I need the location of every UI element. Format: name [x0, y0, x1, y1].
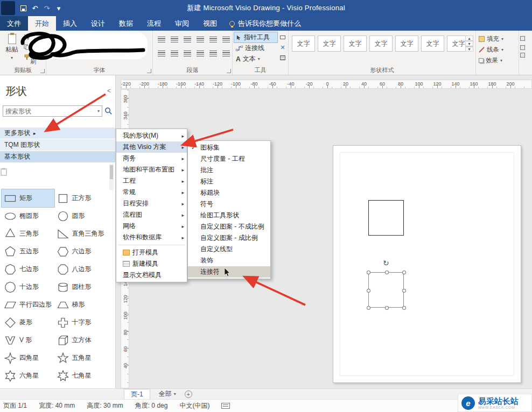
- menu-item[interactable]: 日程安排▸: [116, 198, 187, 209]
- shape-style-preset[interactable]: 文字: [318, 35, 341, 52]
- text-color-button[interactable]: [90, 48, 99, 56]
- menu-item[interactable]: 地图和平面布置图▸: [116, 164, 187, 175]
- text-tool-button[interactable]: A 文本 ▾: [234, 54, 277, 64]
- shape-item-hexagon[interactable]: 六边形: [54, 243, 107, 260]
- ribbon-tab[interactable]: 视图: [196, 16, 224, 31]
- arrange-button-3[interactable]: [520, 53, 526, 58]
- tell-me-box[interactable]: 告诉我你想要做什么: [229, 16, 301, 31]
- menu-item[interactable]: 常规▸: [116, 187, 187, 198]
- menu-item[interactable]: 显示文档模具: [116, 269, 187, 281]
- ribbon-tab[interactable]: 设计: [84, 16, 112, 31]
- menu-item[interactable]: 尺寸度量 - 工程: [188, 153, 270, 165]
- menu-item[interactable]: 连接符: [188, 266, 270, 278]
- shape-item-diamond[interactable]: 菱形: [2, 314, 54, 331]
- square-shape[interactable]: [368, 200, 404, 236]
- menu-item[interactable]: 软件和数据库▸: [116, 232, 187, 243]
- connector-tool-button[interactable]: 连接线: [234, 43, 277, 53]
- align-top-button[interactable]: [156, 48, 167, 58]
- all-pages-button[interactable]: 全部 ▾: [159, 389, 176, 399]
- style-gallery-down-button[interactable]: ▾: [465, 41, 473, 46]
- selection-handle[interactable]: [367, 271, 370, 274]
- underline-button[interactable]: [70, 48, 79, 56]
- page-tab-1[interactable]: 页-1: [124, 389, 150, 399]
- menu-item[interactable]: ✓图标集: [188, 142, 270, 153]
- shape-item-star7[interactable]: 七角星: [54, 367, 107, 385]
- effects-button[interactable]: 效果 ▾: [479, 56, 502, 65]
- clipboard-dialog-launcher[interactable]: [40, 69, 45, 73]
- menu-item[interactable]: 符号: [188, 198, 270, 210]
- bold-button[interactable]: [50, 48, 58, 56]
- shape-item-pentagon[interactable]: 五边形: [2, 243, 54, 260]
- shape-item-rect[interactable]: 矩形: [2, 189, 54, 207]
- menu-item[interactable]: 批注: [188, 165, 270, 176]
- menu-item[interactable]: 流程图▸: [116, 209, 187, 221]
- ribbon-tab[interactable]: 开始: [28, 16, 56, 31]
- rotation-handle[interactable]: ↻: [383, 259, 389, 267]
- status-angle[interactable]: 角度: 0 deg: [135, 401, 168, 410]
- shape-style-preset[interactable]: 文字: [369, 35, 393, 52]
- scrollbar-thumb[interactable]: [110, 165, 113, 179]
- menu-item[interactable]: 工程▸: [116, 175, 187, 187]
- ribbon-tab[interactable]: 审阅: [168, 16, 196, 31]
- shape-search-box[interactable]: ▾: [3, 105, 102, 117]
- menu-item[interactable]: 我的形状(M)▸: [116, 130, 187, 141]
- font-size-select[interactable]: [115, 34, 138, 44]
- bullets-button[interactable]: [195, 34, 206, 44]
- shape-item-circle[interactable]: 圆形: [54, 207, 107, 225]
- shape-item-ellipse[interactable]: 椭圆形: [2, 207, 54, 225]
- format-painter-button[interactable]: 格式刷: [24, 53, 46, 61]
- shape-style-preset[interactable]: 文字: [421, 35, 444, 52]
- align-bottom-button[interactable]: [182, 48, 193, 58]
- paragraph-dialog-launcher[interactable]: [227, 69, 231, 73]
- shape-item-octagon[interactable]: 八边形: [54, 260, 107, 278]
- font-dialog-launcher[interactable]: [147, 69, 151, 73]
- selection-handle[interactable]: [367, 289, 370, 293]
- shape-item-trapezoid[interactable]: 梯形: [54, 296, 107, 314]
- stencil-tab[interactable]: 基本形状: [0, 151, 115, 162]
- stencil-tab[interactable]: TQM 图形状: [0, 139, 115, 151]
- shape-item-star6[interactable]: 六角星: [2, 367, 54, 385]
- shape-style-preset[interactable]: 文字: [395, 35, 418, 52]
- arrange-button-1[interactable]: 排: [520, 34, 526, 42]
- search-input[interactable]: [5, 108, 97, 115]
- status-language[interactable]: 中文(中国): [179, 401, 209, 410]
- menu-item[interactable]: 自定义图案 - 不成比例: [188, 221, 270, 232]
- selection-handle[interactable]: [402, 271, 406, 274]
- menu-item[interactable]: 标注: [188, 176, 270, 187]
- menu-item[interactable]: 绘图工具形状: [188, 210, 270, 221]
- paste-button[interactable]: 粘贴 ▾: [2, 33, 22, 65]
- connection-point-button[interactable]: ✕: [278, 43, 287, 52]
- shape-item-cube[interactable]: 立方体: [54, 331, 107, 349]
- menu-item[interactable]: 网络▸: [116, 221, 187, 232]
- arrange-button-2[interactable]: [520, 45, 526, 50]
- status-height[interactable]: 高度: 30 mm: [87, 401, 123, 410]
- shape-item-right-triangle[interactable]: 直角三角形: [54, 225, 107, 243]
- indent-increase-button[interactable]: [221, 34, 232, 44]
- selection-handle[interactable]: [385, 271, 389, 274]
- selection-handle[interactable]: [367, 306, 370, 310]
- shape-item-star4[interactable]: 四角星: [2, 349, 54, 367]
- menu-item[interactable]: 新建模具: [116, 258, 187, 269]
- menu-item[interactable]: 打开模具: [116, 247, 187, 258]
- ribbon-tab[interactable]: 插入: [56, 16, 84, 31]
- panel-collapse-button[interactable]: <: [107, 87, 111, 95]
- rotate-text-button[interactable]: [221, 48, 232, 58]
- shape-item-heptagon[interactable]: 七边形: [2, 260, 54, 278]
- menu-item[interactable]: 装饰: [188, 255, 270, 266]
- style-gallery-up-button[interactable]: ▴: [465, 35, 473, 41]
- pointer-tool-button[interactable]: 指针工具: [234, 32, 277, 42]
- cut-button[interactable]: [24, 33, 46, 41]
- shape-item-star5[interactable]: 五角星: [54, 349, 107, 367]
- ribbon-tab[interactable]: 流程: [140, 16, 168, 31]
- status-width[interactable]: 宽度: 40 mm: [39, 401, 75, 410]
- status-page-count[interactable]: 页面 1/1: [3, 401, 27, 410]
- menu-item[interactable]: 其他 Visio 方案▸: [116, 141, 187, 153]
- shape-item-vshape[interactable]: V 形: [2, 331, 54, 349]
- shape-style-preset[interactable]: 文字: [292, 35, 315, 52]
- tab-file[interactable]: 文件: [0, 16, 28, 31]
- italic-button[interactable]: [60, 48, 68, 56]
- menu-item[interactable]: 商务▸: [116, 153, 187, 164]
- stencil-tab[interactable]: 更多形状▸: [0, 127, 115, 139]
- shape-item-decagon[interactable]: 十边形: [2, 278, 54, 296]
- text-direction-button[interactable]: [208, 48, 219, 58]
